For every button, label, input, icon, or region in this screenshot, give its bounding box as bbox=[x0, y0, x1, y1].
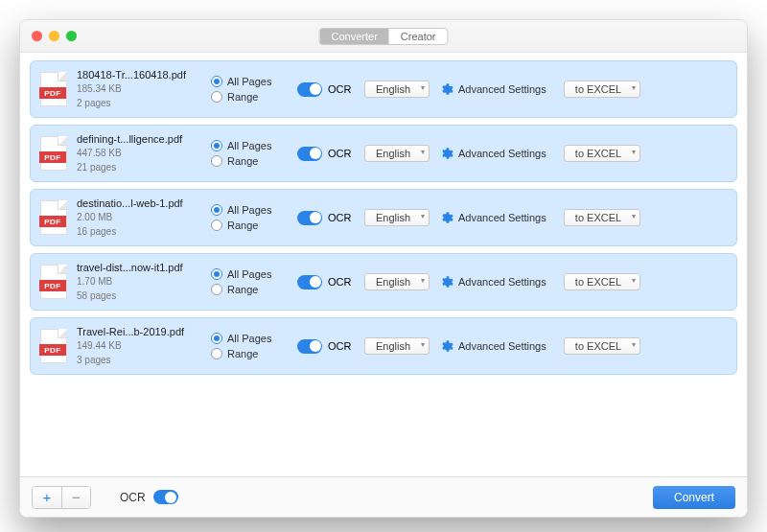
footer-ocr: OCR bbox=[120, 490, 178, 504]
radio-range[interactable]: Range bbox=[211, 155, 288, 167]
file-row[interactable]: PDFTravel-Rei...b-2019.pdf149.44 KB3 pag… bbox=[30, 317, 737, 375]
footer-ocr-toggle[interactable] bbox=[153, 490, 178, 504]
mode-tabs: Converter Creator bbox=[319, 28, 449, 45]
format-select[interactable]: to EXCEL bbox=[564, 273, 640, 290]
radio-label: All Pages bbox=[227, 333, 271, 344]
ocr-toggle[interactable] bbox=[297, 147, 322, 161]
format-select[interactable]: to EXCEL bbox=[564, 337, 640, 355]
file-info: Travel-Rei...b-2019.pdf149.44 KB3 pages bbox=[77, 326, 201, 366]
traffic-lights bbox=[32, 31, 77, 41]
ocr-label: OCR bbox=[328, 212, 351, 223]
radio-all-pages[interactable]: All Pages bbox=[211, 204, 288, 216]
format-select[interactable]: to EXCEL bbox=[564, 145, 640, 162]
advanced-settings-button[interactable]: Advanced Settings bbox=[439, 211, 554, 225]
ocr-label: OCR bbox=[328, 83, 351, 95]
pdf-file-icon: PDF bbox=[40, 265, 67, 299]
radio-range[interactable]: Range bbox=[211, 91, 288, 103]
radio-all-pages[interactable]: All Pages bbox=[211, 76, 288, 87]
file-size: 2.00 MB bbox=[77, 211, 201, 223]
radio-label: All Pages bbox=[227, 76, 271, 87]
page-range-group: All PagesRange bbox=[211, 76, 288, 103]
radio-icon bbox=[211, 284, 222, 295]
file-row[interactable]: PDFdefining-t...lligence.pdf447.58 KB21 … bbox=[30, 125, 737, 182]
file-info: defining-t...lligence.pdf447.58 KB21 pag… bbox=[77, 133, 201, 173]
advanced-settings-button[interactable]: Advanced Settings bbox=[439, 147, 554, 161]
radio-icon bbox=[211, 204, 222, 216]
language-select[interactable]: English bbox=[364, 145, 430, 162]
file-size: 447.58 KB bbox=[77, 147, 201, 159]
convert-button[interactable]: Convert bbox=[653, 486, 735, 509]
radio-all-pages[interactable]: All Pages bbox=[211, 333, 288, 344]
radio-range[interactable]: Range bbox=[211, 220, 288, 231]
ocr-label: OCR bbox=[328, 340, 351, 352]
file-info: 180418-Tr...160418.pdf185.34 KB2 pages bbox=[77, 69, 201, 109]
pdf-badge: PDF bbox=[39, 151, 66, 163]
file-pages: 21 pages bbox=[77, 161, 201, 173]
ocr-label: OCR bbox=[328, 148, 351, 159]
maximize-icon[interactable] bbox=[66, 31, 77, 41]
file-row[interactable]: PDF180418-Tr...160418.pdf185.34 KB2 page… bbox=[30, 60, 737, 118]
ocr-toggle[interactable] bbox=[297, 82, 322, 97]
gear-icon bbox=[439, 147, 453, 161]
language-select[interactable]: English bbox=[364, 337, 430, 355]
radio-icon bbox=[211, 220, 222, 231]
file-list: PDF180418-Tr...160418.pdf185.34 KB2 page… bbox=[20, 53, 747, 476]
radio-icon bbox=[211, 155, 222, 167]
pdf-file-icon: PDF bbox=[40, 200, 67, 235]
page-range-group: All PagesRange bbox=[211, 268, 288, 295]
page-range-group: All PagesRange bbox=[211, 140, 288, 167]
file-info: travel-dist...now-it1.pdf1.70 MB58 pages bbox=[77, 262, 201, 302]
format-select[interactable]: to EXCEL bbox=[564, 209, 640, 226]
minimize-icon[interactable] bbox=[49, 31, 59, 41]
ocr-switch: OCR bbox=[297, 147, 355, 161]
file-pages: 3 pages bbox=[77, 354, 201, 366]
ocr-switch: OCR bbox=[297, 211, 355, 225]
radio-icon bbox=[211, 140, 222, 151]
file-pages: 2 pages bbox=[77, 97, 201, 109]
radio-all-pages[interactable]: All Pages bbox=[211, 268, 288, 280]
gear-icon bbox=[439, 82, 453, 97]
pdf-badge: PDF bbox=[39, 216, 66, 227]
advanced-settings-button[interactable]: Advanced Settings bbox=[439, 339, 554, 354]
ocr-toggle[interactable] bbox=[297, 211, 322, 225]
tab-creator[interactable]: Creator bbox=[389, 29, 448, 44]
language-select[interactable]: English bbox=[364, 81, 430, 98]
ocr-switch: OCR bbox=[297, 82, 355, 97]
radio-label: Range bbox=[227, 348, 258, 359]
radio-icon bbox=[211, 76, 222, 87]
radio-label: Range bbox=[227, 155, 258, 167]
advanced-settings-button[interactable]: Advanced Settings bbox=[439, 82, 554, 97]
language-select[interactable]: English bbox=[364, 209, 430, 226]
ocr-toggle[interactable] bbox=[297, 339, 322, 354]
gear-icon bbox=[439, 275, 453, 289]
remove-button[interactable]: − bbox=[61, 487, 90, 508]
radio-icon bbox=[211, 268, 222, 280]
radio-label: All Pages bbox=[227, 268, 271, 280]
pdf-file-icon: PDF bbox=[40, 72, 67, 106]
pdf-file-icon: PDF bbox=[40, 329, 67, 363]
titlebar: Converter Creator bbox=[20, 20, 747, 53]
language-select[interactable]: English bbox=[364, 273, 430, 290]
radio-range[interactable]: Range bbox=[211, 284, 288, 295]
advanced-label: Advanced Settings bbox=[458, 83, 546, 95]
file-size: 149.44 KB bbox=[77, 339, 201, 352]
close-icon[interactable] bbox=[32, 31, 42, 41]
radio-all-pages[interactable]: All Pages bbox=[211, 140, 288, 151]
tab-converter[interactable]: Converter bbox=[320, 29, 389, 44]
advanced-settings-button[interactable]: Advanced Settings bbox=[439, 275, 554, 289]
file-name: defining-t...lligence.pdf bbox=[77, 133, 201, 145]
radio-label: Range bbox=[227, 91, 258, 103]
radio-label: Range bbox=[227, 284, 258, 295]
footer-ocr-label: OCR bbox=[120, 491, 146, 504]
ocr-toggle[interactable] bbox=[297, 275, 322, 289]
radio-icon bbox=[211, 333, 222, 344]
format-select[interactable]: to EXCEL bbox=[564, 81, 640, 98]
advanced-label: Advanced Settings bbox=[458, 340, 546, 352]
radio-range[interactable]: Range bbox=[211, 348, 288, 359]
file-row[interactable]: PDFdestinatio...l-web-1.pdf2.00 MB16 pag… bbox=[30, 189, 737, 246]
advanced-label: Advanced Settings bbox=[458, 148, 546, 159]
add-button[interactable]: + bbox=[33, 487, 61, 508]
pdf-badge: PDF bbox=[39, 87, 66, 99]
pdf-badge: PDF bbox=[39, 280, 66, 291]
file-row[interactable]: PDFtravel-dist...now-it1.pdf1.70 MB58 pa… bbox=[30, 253, 737, 311]
